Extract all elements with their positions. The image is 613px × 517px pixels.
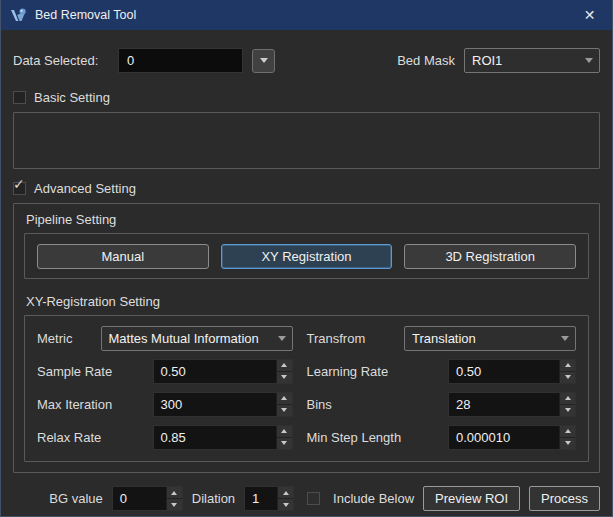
spin-down-icon	[281, 408, 287, 412]
include-below-checkbox[interactable]	[307, 492, 320, 505]
spin-down-button[interactable]	[277, 438, 292, 449]
spin-up-button[interactable]	[560, 360, 575, 372]
spin-down-button[interactable]	[560, 372, 575, 383]
spin-down-icon	[281, 375, 287, 379]
spin-up-icon	[565, 363, 571, 367]
close-button[interactable]: ✕	[567, 0, 612, 30]
bed-mask-combobox[interactable]: ROI1	[464, 48, 600, 73]
pipeline-groupbox: Manual XY Registration 3D Registration	[24, 233, 589, 279]
dilation-label: Dilation	[192, 491, 235, 506]
dialog-content: Data Selected: 0 Bed Mask ROI1 Basic Set…	[1, 30, 612, 517]
basic-setting-checkbox[interactable]	[13, 91, 26, 104]
spin-down-icon	[171, 503, 177, 507]
spin-down-icon	[281, 441, 287, 445]
min-step-length-spinbox[interactable]: 0.000010	[448, 425, 576, 450]
min-step-length-label: Min Step Length	[307, 430, 449, 445]
iteration-bins-row: Max Iteration 300 Bins 28	[37, 391, 576, 417]
spin-up-button[interactable]	[560, 426, 575, 438]
advanced-setting-label: Advanced Setting	[34, 181, 136, 196]
relax-minstep-row: Relax Rate 0.85 Min Step Length 0.0	[37, 424, 576, 450]
spin-down-icon	[565, 375, 571, 379]
basic-setting-groupbox	[13, 112, 600, 169]
metric-transform-row: Metric Mattes Mutual Information Transfr…	[37, 325, 576, 351]
spin-down-button[interactable]	[277, 405, 292, 416]
app-logo-icon	[10, 8, 27, 23]
checkmark-icon: ✓	[13, 177, 25, 191]
min-step-length-value: 0.000010	[449, 426, 559, 449]
dilation-spinbox[interactable]: 1	[244, 486, 294, 511]
transform-combobox[interactable]: Translation	[404, 326, 576, 351]
include-below-label: Include Below	[333, 491, 414, 506]
spin-up-button[interactable]	[167, 487, 182, 499]
data-selected-value: 0	[127, 53, 134, 68]
spin-up-icon	[283, 491, 289, 495]
data-selected-dropdown-button[interactable]	[252, 49, 275, 73]
bins-spinbox[interactable]: 28	[448, 392, 576, 417]
learning-rate-label: Learning Rate	[307, 364, 449, 379]
titlebar: Bed Removal Tool ✕	[1, 0, 612, 30]
bins-label: Bins	[307, 397, 449, 412]
sample-rate-label: Sample Rate	[37, 364, 153, 379]
3d-registration-button[interactable]: 3D Registration	[404, 244, 576, 269]
basic-setting-row: Basic Setting	[13, 90, 600, 105]
xy-registration-button[interactable]: XY Registration	[221, 244, 393, 269]
combo-arrow-icon	[585, 58, 593, 63]
spin-up-button[interactable]	[277, 360, 292, 372]
xy-registration-setting-title: XY-Registration Setting	[26, 294, 589, 309]
window-title: Bed Removal Tool	[35, 8, 567, 22]
relax-rate-label: Relax Rate	[37, 430, 153, 445]
spin-down-button[interactable]	[560, 438, 575, 449]
sample-learning-row: Sample Rate 0.50 Learning Rate 0.50	[37, 358, 576, 384]
bed-mask-label: Bed Mask	[397, 53, 455, 68]
preview-roi-button[interactable]: Preview ROI	[423, 486, 520, 511]
manual-button[interactable]: Manual	[37, 244, 209, 269]
combo-arrow-icon	[278, 336, 286, 341]
sample-rate-value: 0.50	[154, 360, 276, 383]
combo-arrow-icon	[561, 336, 569, 341]
spin-up-icon	[281, 363, 287, 367]
dropdown-arrow-icon	[260, 58, 268, 63]
dilation-value: 1	[245, 487, 277, 510]
metric-label: Metric	[37, 331, 101, 346]
bed-removal-dialog: Bed Removal Tool ✕ Data Selected: 0 Bed …	[0, 0, 613, 517]
bg-value-label: BG value	[49, 491, 102, 506]
metric-value: Mattes Mutual Information	[109, 331, 278, 346]
spin-down-button[interactable]	[167, 499, 182, 510]
spin-down-icon	[565, 408, 571, 412]
transform-value: Translation	[412, 331, 561, 346]
advanced-setting-checkbox[interactable]: ✓	[13, 182, 26, 195]
bins-value: 28	[449, 393, 559, 416]
max-iteration-value: 300	[154, 393, 276, 416]
bg-value-spinbox[interactable]: 0	[112, 486, 183, 511]
spin-up-icon	[281, 429, 287, 433]
pipeline-setting-title: Pipeline Setting	[26, 212, 589, 227]
bed-mask-value: ROI1	[472, 53, 585, 68]
footer-row: BG value 0 Dilation 1 Include Below Prev…	[13, 486, 600, 511]
xy-registration-groupbox: Metric Mattes Mutual Information Transfr…	[24, 315, 589, 462]
spin-up-icon	[565, 396, 571, 400]
header-row: Data Selected: 0 Bed Mask ROI1	[13, 48, 600, 73]
spin-up-button[interactable]	[278, 487, 293, 499]
transform-label: Transfrom	[307, 331, 405, 346]
data-selected-label: Data Selected:	[13, 53, 118, 68]
spin-down-button[interactable]	[560, 405, 575, 416]
learning-rate-value: 0.50	[449, 360, 559, 383]
spin-up-button[interactable]	[560, 393, 575, 405]
spin-up-icon	[565, 429, 571, 433]
max-iteration-spinbox[interactable]: 300	[153, 392, 293, 417]
relax-rate-spinbox[interactable]: 0.85	[153, 425, 293, 450]
spin-up-button[interactable]	[277, 426, 292, 438]
metric-combobox[interactable]: Mattes Mutual Information	[101, 326, 293, 351]
spin-down-button[interactable]	[278, 499, 293, 510]
basic-setting-label: Basic Setting	[34, 90, 110, 105]
sample-rate-spinbox[interactable]: 0.50	[153, 359, 293, 384]
spin-up-button[interactable]	[277, 393, 292, 405]
data-selected-input[interactable]: 0	[118, 48, 243, 73]
advanced-setting-groupbox: Pipeline Setting Manual XY Registration …	[13, 203, 600, 473]
bg-value: 0	[113, 487, 166, 510]
learning-rate-spinbox[interactable]: 0.50	[448, 359, 576, 384]
process-button[interactable]: Process	[529, 486, 600, 511]
advanced-setting-row: ✓ Advanced Setting	[13, 181, 600, 196]
spin-down-button[interactable]	[277, 372, 292, 383]
spin-down-icon	[565, 441, 571, 445]
